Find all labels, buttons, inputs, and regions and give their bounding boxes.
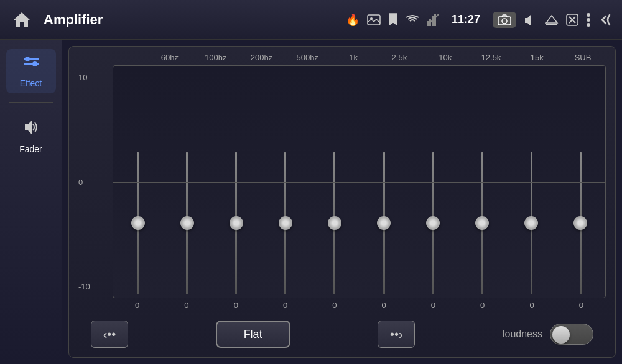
eq-slider-thumb-60hz[interactable] — [131, 216, 145, 230]
freq-label-100hz: 100hz — [193, 53, 239, 62]
next-label: ••› — [390, 327, 403, 342]
prev-label: ‹•• — [103, 327, 116, 342]
freq-label-10k: 10k — [422, 53, 468, 62]
freq-labels: 60hz 100hz 200hz 500hz 1k 2.5k 10k 12.5k… — [78, 53, 606, 62]
eq-val-label-1k: 0 — [310, 301, 359, 310]
loudness-section: loudness — [503, 324, 593, 345]
eq-slider-track-60hz[interactable] — [137, 152, 139, 294]
svg-rect-0 — [368, 15, 380, 25]
eq-slider-thumb-12.5k[interactable] — [475, 216, 489, 230]
next-button[interactable]: ••› — [378, 321, 415, 348]
y-label-0: 0 — [78, 178, 88, 187]
eq-slider-thumb-100hz[interactable] — [180, 216, 194, 230]
y-label-neg10: -10 — [78, 282, 95, 291]
volume-icon[interactable] — [524, 14, 537, 25]
prev-button[interactable]: ‹•• — [91, 321, 128, 348]
fader-label: Fader — [19, 144, 42, 154]
eq-center-line — [113, 182, 605, 183]
y-axis: 10 0 -10 — [78, 65, 113, 298]
svg-rect-5 — [434, 14, 436, 26]
close-icon[interactable] — [566, 14, 578, 26]
svg-point-14 — [587, 18, 590, 22]
sidebar-item-effect[interactable]: Effect — [6, 49, 56, 93]
signal-blocked-icon — [427, 14, 439, 26]
eq-slider-track-12.5k[interactable] — [481, 152, 483, 294]
eq-slider-thumb-200hz[interactable] — [230, 216, 243, 230]
freq-label-60hz: 60hz — [147, 53, 193, 62]
sidebar-item-fader[interactable]: Fader — [6, 112, 56, 159]
eq-val-label-SUB: 0 — [557, 301, 606, 310]
freq-label-200hz: 200hz — [239, 53, 285, 62]
effect-label: Effect — [20, 78, 42, 88]
eq-slider-thumb-500hz[interactable] — [279, 216, 292, 230]
eq-slider-thumb-SUB[interactable] — [573, 216, 587, 230]
speaker-icon — [21, 117, 41, 142]
page-title: Amplifier — [44, 12, 346, 28]
eq-bottom-controls: ‹•• Flat ••› loudness — [78, 313, 606, 351]
sliders-icon — [21, 54, 41, 76]
freq-label-12_5k: 12.5k — [468, 53, 514, 62]
eq-sliders-container — [113, 65, 606, 298]
svg-point-19 — [32, 61, 37, 66]
eq-val-label-200hz: 0 — [211, 301, 261, 310]
eq-panel: 60hz 100hz 200hz 500hz 1k 2.5k 10k 12.5k… — [68, 46, 616, 358]
eq-slider-track-100hz[interactable] — [186, 152, 188, 294]
bookmark-icon — [388, 13, 398, 27]
loudness-toggle[interactable] — [550, 324, 593, 345]
eq-val-label-100hz: 0 — [162, 301, 211, 310]
eq-slider-thumb-10k[interactable] — [426, 216, 440, 230]
header-icons: 🔥 11:27 — [346, 11, 616, 29]
eq-slider-track-SUB[interactable] — [580, 152, 582, 294]
more-icon[interactable] — [586, 12, 591, 27]
eq-slider-thumb-15k[interactable] — [524, 216, 538, 230]
camera-button[interactable] — [493, 12, 516, 28]
eq-val-label-10k: 0 — [409, 301, 458, 310]
wifi-icon — [406, 15, 419, 25]
flat-label: Flat — [244, 328, 262, 341]
main-content: Effect Fader 60hz 100hz 200hz 500hz 1k 2… — [0, 40, 622, 364]
freq-label-sub: SUB — [560, 53, 606, 62]
eq-slider-track-15k[interactable] — [531, 152, 532, 294]
back-icon[interactable] — [598, 11, 616, 29]
eq-sliders-area: 10 0 -10 — [78, 65, 606, 298]
toggle-knob — [552, 326, 570, 344]
freq-label-1k: 1k — [330, 53, 376, 62]
freq-label-500hz: 500hz — [284, 53, 330, 62]
eq-slider-track-1k[interactable] — [333, 152, 335, 294]
home-button[interactable] — [6, 0, 37, 40]
eject-icon[interactable] — [545, 14, 559, 25]
eq-slider-track-2.5k[interactable] — [383, 152, 385, 294]
svg-point-18 — [25, 57, 30, 61]
eq-slider-track-500hz[interactable] — [284, 152, 286, 294]
eq-slider-track-10k[interactable] — [432, 152, 434, 294]
freq-label-2_5k: 2.5k — [376, 53, 422, 62]
flat-button[interactable]: Flat — [216, 321, 290, 348]
svg-point-15 — [587, 23, 590, 27]
sidebar: Effect Fader — [0, 40, 62, 364]
svg-point-8 — [502, 19, 507, 24]
clock: 11:27 — [452, 13, 480, 26]
eq-val-label-2.5k: 0 — [359, 301, 408, 310]
eq-slider-thumb-1k[interactable] — [328, 216, 341, 230]
y-label-10: 10 — [78, 73, 92, 82]
image-icon — [367, 14, 381, 25]
sidebar-divider — [9, 102, 53, 103]
svg-point-13 — [587, 13, 590, 17]
eq-val-label-60hz: 0 — [113, 301, 162, 310]
eq-val-label-15k: 0 — [507, 301, 556, 310]
svg-rect-9 — [546, 24, 557, 25]
eq-val-label-500hz: 0 — [261, 301, 310, 310]
freq-label-15k: 15k — [514, 53, 560, 62]
eq-value-labels: 0000000000 — [78, 301, 606, 310]
home-icon — [12, 10, 32, 30]
flame-icon: 🔥 — [346, 13, 360, 27]
eq-slider-thumb-2.5k[interactable] — [377, 216, 391, 230]
eq-slider-track-200hz[interactable] — [235, 152, 237, 294]
header: Amplifier 🔥 11:27 — [0, 0, 622, 40]
eq-val-label-12.5k: 0 — [458, 301, 507, 310]
loudness-label: loudness — [503, 329, 542, 340]
